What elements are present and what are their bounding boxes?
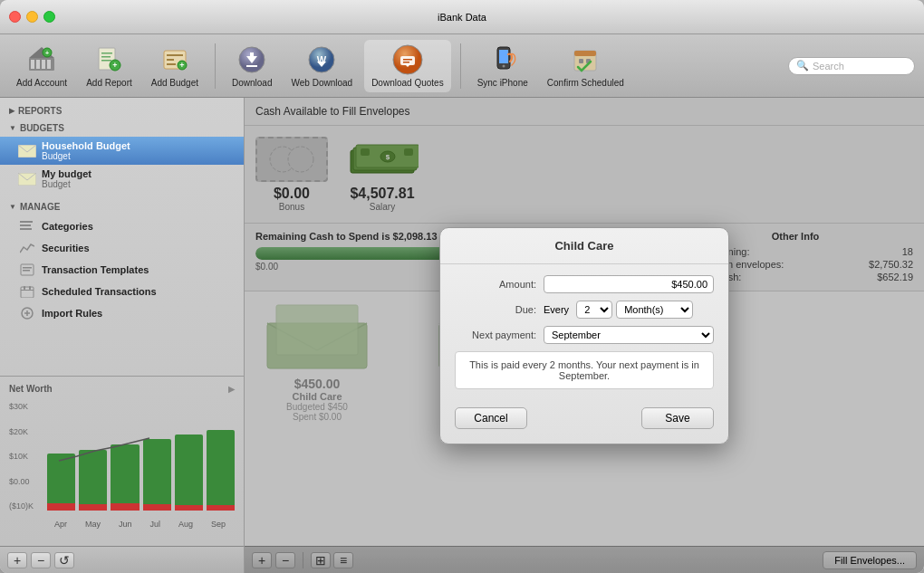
svg-rect-16 <box>167 59 174 61</box>
web-download-icon: W <box>305 43 338 76</box>
my-budget-label: My budget <box>42 168 91 179</box>
svg-rect-17 <box>167 63 176 65</box>
add-account-small-button[interactable]: + <box>7 552 27 568</box>
add-report-label: Add Report <box>86 78 132 89</box>
confirm-icon <box>569 43 602 76</box>
modal-next-payment-row: Next payment: September October November <box>455 326 714 344</box>
modal-due-row: Due: Every 2 1 3 Month(s) We <box>455 301 714 319</box>
modal-save-button[interactable]: Save <box>641 407 714 429</box>
svg-text:+: + <box>45 50 49 56</box>
sidebar-section-budgets[interactable]: BUDGETS <box>0 119 244 137</box>
modal-amount-input[interactable] <box>544 275 714 293</box>
x-label-jul: Jul <box>149 520 160 529</box>
confirm-scheduled-button[interactable]: Confirm Scheduled <box>540 40 631 92</box>
quotes-icon <box>391 43 424 76</box>
download-quotes-button[interactable]: Download Quotes <box>364 40 451 92</box>
sidebar-item-securities[interactable]: Securities <box>0 237 244 259</box>
net-worth-section: Net Worth ▶ $30K $20K $10K $0.00 ($10)K <box>0 376 244 546</box>
y-label-neg10k: ($10)K <box>9 501 43 511</box>
window-title: iBank Data <box>438 12 486 23</box>
remove-account-button[interactable]: − <box>31 552 51 568</box>
sync-iphone-label: Sync iPhone <box>477 78 528 89</box>
modal-due-num-select[interactable]: 2 1 3 <box>576 301 612 319</box>
sync-iphone-button[interactable]: Sync iPhone <box>470 40 535 92</box>
my-budget-sub: Budget <box>42 179 91 189</box>
svg-rect-29 <box>403 59 412 61</box>
household-budget-text: Household Budget Budget <box>42 140 130 161</box>
y-label-10k: $10K <box>9 452 43 461</box>
sidebar-section-reports[interactable]: REPORTS <box>0 102 244 119</box>
search-box[interactable]: 🔍 Search <box>788 57 915 75</box>
modal-next-payment-label: Next payment: <box>455 329 536 340</box>
modal-due-unit-select[interactable]: Month(s) Week(s) Year(s) <box>616 301 693 319</box>
modal-due-label: Due: <box>455 304 536 315</box>
iphone-icon <box>486 43 519 76</box>
add-account-button[interactable]: + Add Account <box>9 40 74 92</box>
chart-line-svg <box>45 411 235 515</box>
chart-y-labels: $30K $20K $10K $0.00 ($10)K <box>9 402 43 511</box>
y-label-30k: $30K <box>9 402 43 411</box>
web-download-button[interactable]: W Web Download <box>284 40 361 92</box>
import-rules-icon <box>18 306 36 320</box>
svg-rect-30 <box>403 62 409 63</box>
modal-overlay: Child Care Amount: Due: Every <box>245 98 924 573</box>
svg-rect-33 <box>499 50 508 63</box>
download-button[interactable]: Download <box>225 40 279 92</box>
add-report-button[interactable]: + Add Report <box>79 40 140 92</box>
close-button[interactable] <box>9 11 21 23</box>
sidebar-item-categories[interactable]: Categories <box>0 215 244 237</box>
sidebar-bottom-bar: + − ↺ <box>0 546 244 573</box>
main-content: Cash Available to Fill Envelopes $0.00 B… <box>245 98 924 573</box>
x-label-jun: Jun <box>119 520 132 529</box>
confirm-scheduled-label: Confirm Scheduled <box>547 78 624 89</box>
download-label: Download <box>232 78 272 89</box>
main-window: iBank Data + Add Account <box>0 0 924 573</box>
add-budget-label: Add Budget <box>151 78 198 89</box>
my-budget-text: My budget Budget <box>42 168 91 189</box>
download-quotes-label: Download Quotes <box>371 78 444 89</box>
toolbar-sep-1 <box>215 43 216 89</box>
x-label-apr: Apr <box>54 520 67 529</box>
sidebar-item-import-rules[interactable]: Import Rules <box>0 302 244 324</box>
sidebar-item-transaction-templates[interactable]: Transaction Templates <box>0 259 244 281</box>
svg-rect-23 <box>246 65 257 67</box>
svg-rect-50 <box>29 286 31 290</box>
child-care-modal: Child Care Amount: Due: Every <box>439 227 729 444</box>
categories-label: Categories <box>42 221 93 232</box>
transaction-templates-label: Transaction Templates <box>42 264 149 275</box>
modal-cancel-button[interactable]: Cancel <box>455 407 527 429</box>
y-label-0: $0.00 <box>9 477 43 486</box>
add-budget-button[interactable]: + Add Budget <box>144 40 206 92</box>
svg-rect-48 <box>21 290 34 291</box>
modal-next-payment-select[interactable]: September October November <box>544 326 714 344</box>
svg-rect-11 <box>101 60 111 62</box>
import-rules-label: Import Rules <box>42 308 102 319</box>
sidebar-section-manage[interactable]: MANAGE <box>0 198 244 215</box>
sidebar-item-my-budget[interactable]: My budget Budget <box>0 165 244 193</box>
svg-rect-36 <box>574 51 596 56</box>
y-label-20k: $20K <box>9 427 43 436</box>
sidebar-item-scheduled-transactions[interactable]: Scheduled Transactions <box>0 281 244 302</box>
svg-rect-1 <box>31 60 34 69</box>
refresh-button[interactable]: ↺ <box>54 552 74 568</box>
household-budget-label: Household Budget <box>42 140 130 151</box>
svg-rect-45 <box>23 267 32 269</box>
main-layout: REPORTS BUDGETS Household Budget <box>0 98 924 573</box>
scheduled-transactions-label: Scheduled Transactions <box>42 286 157 297</box>
window-controls <box>9 11 55 23</box>
sidebar-item-household-budget[interactable]: Household Budget Budget <box>0 137 244 165</box>
svg-rect-3 <box>42 60 45 69</box>
svg-rect-10 <box>101 56 111 58</box>
modal-info-text: This is paid every 2 months. Your next p… <box>455 351 714 389</box>
minimize-button[interactable] <box>26 11 38 23</box>
my-budget-envelope-icon <box>18 172 36 186</box>
maximize-button[interactable] <box>43 11 55 23</box>
web-download-label: Web Download <box>292 78 353 89</box>
modal-amount-row: Amount: <box>455 275 714 293</box>
x-label-may: May <box>85 520 101 529</box>
household-budget-sub: Budget <box>42 151 130 161</box>
templates-icon <box>18 263 36 277</box>
net-worth-header[interactable]: Net Worth ▶ <box>0 380 244 397</box>
svg-rect-22 <box>250 53 254 60</box>
modal-amount-label: Amount: <box>455 279 536 290</box>
